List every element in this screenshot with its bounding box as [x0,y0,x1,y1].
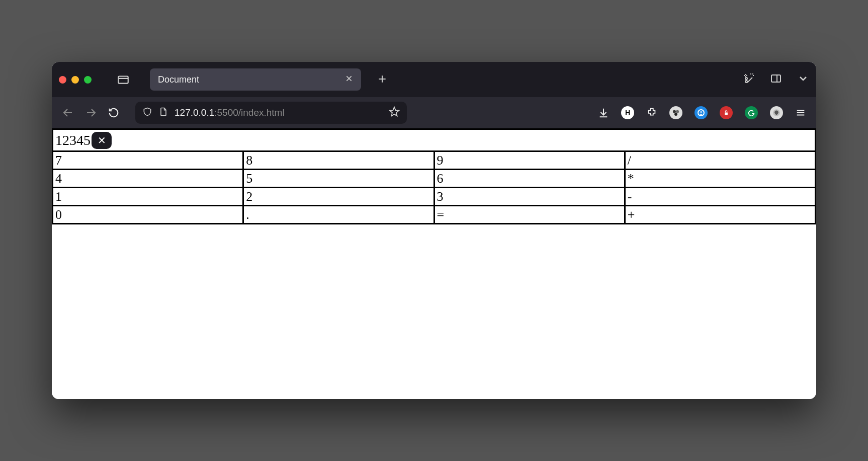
shield-icon[interactable] [142,107,152,119]
reload-button[interactable] [108,107,119,118]
svg-rect-0 [118,76,128,84]
key-2[interactable]: 2 [243,188,434,206]
close-window-button[interactable] [59,76,66,84]
new-tab-button[interactable] [377,72,387,88]
svg-rect-8 [771,75,780,82]
key-subtract[interactable]: - [625,188,815,206]
window-controls [59,76,92,84]
extension-privacy-icon[interactable] [770,106,783,119]
calculator-table: 12345 ✕ 7 8 9 / 4 5 6 * 1 2 3 [52,128,816,224]
svg-rect-21 [725,112,728,115]
bookmark-star-icon[interactable] [389,106,400,120]
key-6[interactable]: 6 [434,170,625,188]
panel-icon[interactable] [770,72,782,87]
url-text: 127.0.0.1:5500/index.html [175,107,383,118]
key-7[interactable]: 7 [53,151,243,170]
display-value: 12345 [55,132,91,148]
toolbar-right: H [598,106,806,119]
svg-point-6 [745,81,747,83]
page-content: 12345 ✕ 7 8 9 / 4 5 6 * 1 2 3 [52,128,816,399]
svg-point-17 [674,113,677,116]
tab-close-icon[interactable] [345,74,353,85]
key-5[interactable]: 5 [243,170,434,188]
extension-h-icon[interactable]: H [621,106,634,119]
titlebar: Document [52,62,816,97]
key-9[interactable]: 9 [434,151,625,170]
svg-point-20 [701,114,701,115]
key-1[interactable]: 1 [53,188,243,206]
maximize-window-button[interactable] [84,76,92,84]
key-0[interactable]: 0 [53,206,243,224]
clear-button[interactable]: ✕ [92,132,112,149]
key-equals[interactable]: = [434,206,625,224]
minimize-window-button[interactable] [71,76,79,84]
sidebar-toggle-icon[interactable] [116,72,131,87]
screenshot-icon[interactable] [743,72,755,87]
svg-point-7 [745,78,747,80]
extension-lock-icon[interactable] [720,106,733,119]
extension-info-icon[interactable] [695,106,708,119]
display-cell: 12345 ✕ [53,129,816,151]
browser-tab[interactable]: Document [150,68,361,91]
page-icon [158,107,168,119]
forward-button[interactable] [85,107,97,119]
extension-cluster-icon[interactable] [669,106,682,119]
key-divide[interactable]: / [625,151,815,170]
extensions-icon[interactable] [646,107,657,118]
key-multiply[interactable]: * [625,170,815,188]
toolbar: 127.0.0.1:5500/index.html H [52,97,816,128]
tab-title: Document [158,74,339,85]
key-8[interactable]: 8 [243,151,434,170]
key-4[interactable]: 4 [53,170,243,188]
svg-point-16 [676,110,679,113]
back-button[interactable] [62,107,74,119]
browser-window: Document [52,62,816,399]
url-bar[interactable]: 127.0.0.1:5500/index.html [135,102,407,124]
titlebar-right [743,72,809,87]
svg-marker-12 [390,107,399,115]
chevron-down-icon[interactable] [797,72,809,87]
key-3[interactable]: 3 [434,188,625,206]
key-decimal[interactable]: . [243,206,434,224]
key-add[interactable]: + [625,206,815,224]
extension-grammarly-icon[interactable] [745,106,758,119]
svg-point-15 [673,110,676,113]
downloads-icon[interactable] [598,107,609,118]
menu-icon[interactable] [795,107,806,118]
